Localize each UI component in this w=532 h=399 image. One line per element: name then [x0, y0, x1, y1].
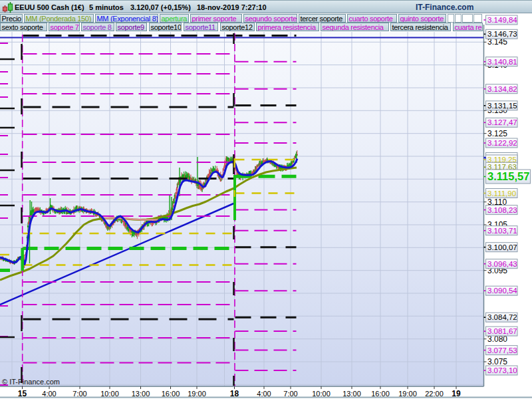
svg-text:22:00: 22:00: [425, 390, 444, 398]
svg-text:3.149,84: 3.149,84: [487, 16, 517, 24]
svg-text:7:00: 7:00: [283, 390, 297, 398]
svg-text:3.075: 3.075: [487, 357, 507, 366]
svg-text:4:00: 4:00: [257, 390, 271, 398]
svg-text:7:00: 7:00: [72, 390, 86, 398]
svg-text:© IT-Finance.com: © IT-Finance.com: [2, 378, 60, 386]
svg-text:19:00: 19:00: [398, 390, 417, 398]
svg-text:10:00: 10:00: [312, 390, 331, 398]
svg-text:19:00: 19:00: [188, 390, 206, 398]
svg-text:13:00: 13:00: [342, 390, 361, 398]
svg-text:3.122,92: 3.122,92: [487, 139, 517, 147]
svg-text:3.108,23: 3.108,23: [487, 206, 517, 214]
svg-text:3.146,73: 3.146,73: [487, 30, 517, 38]
svg-text:3.096,43: 3.096,43: [487, 260, 517, 268]
svg-text:3.125: 3.125: [487, 129, 507, 138]
svg-text:3.127,47: 3.127,47: [487, 118, 517, 126]
svg-text:16:00: 16:00: [371, 390, 390, 398]
svg-text:3.111,90: 3.111,90: [487, 190, 516, 198]
svg-text:3.131,15: 3.131,15: [487, 102, 517, 110]
svg-text:3.100,07: 3.100,07: [487, 243, 517, 251]
svg-text:10:00: 10:00: [100, 390, 119, 398]
svg-text:3.103,71: 3.103,71: [487, 227, 517, 235]
svg-text:3.077,53: 3.077,53: [487, 346, 517, 354]
svg-text:3.140,81: 3.140,81: [487, 58, 517, 66]
svg-text:4:00: 4:00: [42, 390, 56, 398]
svg-text:3.134,82: 3.134,82: [487, 85, 517, 93]
svg-text:16:00: 16:00: [162, 390, 180, 398]
svg-text:3.115,57: 3.115,57: [487, 170, 529, 182]
svg-text:13:00: 13:00: [132, 390, 150, 398]
svg-text:3.081,67: 3.081,67: [487, 327, 517, 335]
svg-text:3.073,10: 3.073,10: [487, 366, 517, 374]
svg-text:3.084,72: 3.084,72: [487, 313, 517, 321]
svg-text:3.090,54: 3.090,54: [487, 287, 517, 295]
